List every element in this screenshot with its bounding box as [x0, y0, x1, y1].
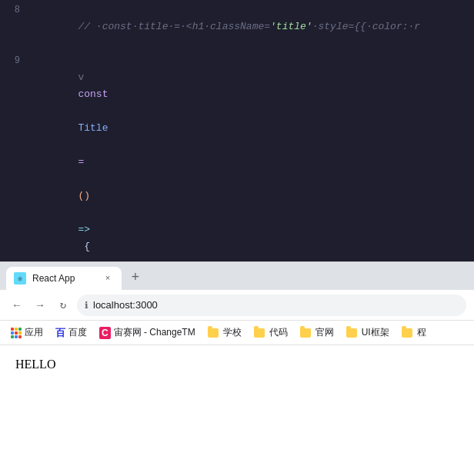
tab-favicon: ⚛: [14, 272, 26, 285]
new-tab-button[interactable]: +: [125, 267, 146, 288]
address-bar[interactable]: ℹ localhost:3000: [77, 295, 466, 316]
browser-toolbar: ← → ↻ ℹ localhost:3000: [0, 290, 474, 321]
bookmark-prog[interactable]: 程: [397, 325, 431, 341]
back-button[interactable]: ←: [8, 296, 26, 315]
bookmark-baidu-label: 百度: [68, 326, 87, 339]
bookmark-school-label: 学校: [223, 326, 242, 339]
folder-icon-school: [208, 328, 219, 338]
changetm-icon: C: [99, 327, 111, 339]
bookmark-official-label: 官网: [315, 326, 334, 339]
tab-title: React App: [32, 273, 95, 284]
bookmark-school[interactable]: 学校: [203, 325, 246, 341]
bookmark-ui[interactable]: UI框架: [342, 325, 394, 341]
bookmarks-bar: 应用 百 百度 C 宙赛网 - ChangeTM 学校 代码 官网 UI框架: [0, 321, 474, 345]
bookmark-code[interactable]: 代码: [249, 325, 292, 341]
code-lines: 8 // ·const·title·=·<h1·className='title…: [0, 0, 474, 261]
bookmark-apps[interactable]: 应用: [6, 325, 48, 341]
code-line-9: 9 v const Title = () => {: [0, 52, 474, 261]
bookmark-code-label: 代码: [269, 326, 288, 339]
code-line-8: 8 // ·const·title·=·<h1·className='title…: [0, 2, 474, 52]
folder-icon-code: [254, 328, 265, 338]
browser-tab-bar: ⚛ React App × +: [0, 262, 474, 290]
url-text: localhost:3000: [93, 299, 158, 311]
folder-icon-prog: [402, 328, 412, 338]
bookmark-changetm-label: 宙赛网 - ChangeTM: [114, 326, 195, 339]
bookmark-prog-label: 程: [417, 326, 426, 339]
bookmark-apps-label: 应用: [25, 326, 43, 339]
browser-tab-react[interactable]: ⚛ React App ×: [6, 267, 122, 290]
secure-icon: ℹ: [85, 300, 88, 311]
bookmark-baidu[interactable]: 百 百度: [51, 325, 92, 341]
folder-icon-ui: [346, 328, 357, 338]
code-editor: 8 // ·const·title·=·<h1·className='title…: [0, 0, 474, 261]
page-hello-text: HELLO: [15, 358, 55, 371]
browser-window: ⚛ React App × + ← → ↻ ℹ localhost:3000: [0, 261, 474, 476]
apps-icon: [11, 328, 22, 338]
folder-icon-official: [300, 328, 311, 338]
refresh-button[interactable]: ↻: [54, 296, 72, 315]
page-content: HELLO: [0, 345, 474, 476]
bookmark-official[interactable]: 官网: [295, 325, 339, 341]
forward-button[interactable]: →: [31, 296, 49, 315]
tab-close-button[interactable]: ×: [102, 272, 114, 285]
bookmark-changetm[interactable]: C 宙赛网 - ChangeTM: [95, 325, 200, 341]
bookmark-ui-label: UI框架: [362, 326, 389, 339]
baidu-icon: 百: [55, 326, 65, 340]
